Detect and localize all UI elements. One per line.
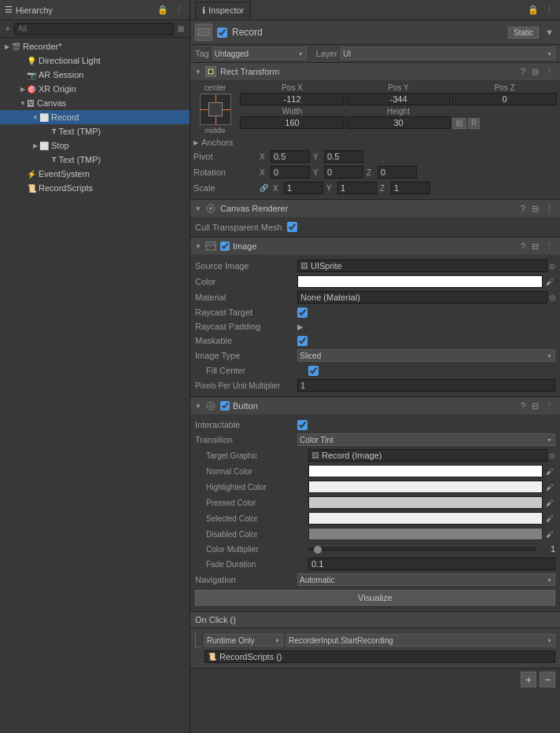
cull-checkbox[interactable] <box>287 222 297 232</box>
pixels-per-unit-input[interactable] <box>297 379 555 392</box>
image-help-btn[interactable]: ? <box>519 241 527 252</box>
tree-icon-stop: ⬜ <box>39 142 49 150</box>
rt-posy-input[interactable] <box>346 93 451 105</box>
pressed-color-eyedrop[interactable]: 🖌 <box>544 499 555 507</box>
scale-z-input[interactable] <box>391 182 430 194</box>
pivot-y-input[interactable] <box>324 150 363 163</box>
canvas-renderer-help-btn[interactable]: ? <box>519 204 527 214</box>
fade-duration-input[interactable] <box>308 558 555 570</box>
source-image-select-btn[interactable]: ⊙ <box>549 262 555 271</box>
normal-color-swatch[interactable] <box>308 465 543 477</box>
selected-color-swatch[interactable] <box>308 512 543 525</box>
highlighted-color-swatch[interactable] <box>308 481 543 493</box>
hierarchy-search-icon-btn[interactable]: ⊞ <box>175 24 186 34</box>
transition-dropdown[interactable]: Color Tint <box>297 433 555 446</box>
color-multiplier-track[interactable] <box>308 547 536 551</box>
inspector-tab[interactable]: ℹ Inspector <box>195 2 251 19</box>
visualize-button[interactable]: Visualize <box>195 590 555 606</box>
rect-transform-more-btn[interactable]: ⋮ <box>543 67 555 77</box>
button-header[interactable]: ▼ Button ? ⊟ ⋮ <box>190 397 560 414</box>
function-dropdown[interactable]: RecorderInput.StartRecording <box>286 634 555 646</box>
static-dropdown-btn[interactable]: ▼ <box>543 28 555 38</box>
button-help-btn[interactable]: ? <box>519 401 527 411</box>
tree-item-text2[interactable]: T Text (TMP) <box>0 153 190 167</box>
rt-width-input[interactable] <box>240 116 344 129</box>
hierarchy-search-bar[interactable] <box>14 23 174 35</box>
inspector-more-btn[interactable]: ⋮ <box>543 5 555 15</box>
rt-height-input[interactable] <box>346 116 451 129</box>
scale-y-input[interactable] <box>337 182 377 194</box>
tree-item-dirlight[interactable]: 💡 Directional Light <box>0 53 190 68</box>
highlighted-color-eyedrop[interactable]: 🖌 <box>544 483 555 492</box>
hierarchy-search-input[interactable] <box>18 24 170 33</box>
rt-posx-input[interactable] <box>240 93 344 105</box>
color-multiplier-row: Color Multiplier 1 <box>195 542 555 556</box>
inspector-lock-btn[interactable]: 🔒 <box>526 5 540 15</box>
rt-reset-btn[interactable]: R <box>468 118 480 129</box>
layer-dropdown[interactable]: UI <box>341 47 555 60</box>
image-more-btn[interactable]: ⋮ <box>543 241 555 252</box>
tree-item-recordscripts[interactable]: 📜 RecordScripts <box>0 181 190 195</box>
object-active-checkbox[interactable] <box>217 28 227 38</box>
image-enabled-checkbox[interactable] <box>220 241 230 251</box>
hierarchy-more-btn[interactable]: ⋮ <box>173 5 185 15</box>
color-swatch[interactable] <box>297 275 543 288</box>
svg-point-8 <box>207 402 215 410</box>
rt-constrain-btn[interactable]: ⛓ <box>452 118 466 129</box>
rt-scale-row: Scale 🔗 X Y Z <box>193 180 557 196</box>
canvas-renderer-presets-btn[interactable]: ⊟ <box>530 204 540 214</box>
add-button[interactable]: + <box>521 672 536 687</box>
disabled-color-swatch[interactable] <box>308 528 543 540</box>
color-eyedrop-btn[interactable]: 🖌 <box>544 278 555 286</box>
image-header[interactable]: ▼ Image ? ⊟ ⋮ <box>190 238 560 255</box>
hierarchy-add-btn[interactable]: + <box>3 24 13 34</box>
target-graphic-select-btn[interactable]: ⊙ <box>549 451 555 460</box>
hierarchy-lock-btn[interactable]: 🔒 <box>156 5 170 15</box>
remove-button[interactable]: − <box>540 672 555 687</box>
pivot-x-input[interactable] <box>271 150 310 163</box>
rt-anchors-row[interactable]: ▶ Anchors <box>193 136 557 149</box>
rot-z-input[interactable] <box>378 166 417 179</box>
rect-transform-presets-btn[interactable]: ⊟ <box>530 67 540 77</box>
tree-item-recorder[interactable]: ▶ 🎬 Recorder* <box>0 39 190 53</box>
rt-posz-input[interactable] <box>452 93 557 105</box>
button-enabled-checkbox[interactable] <box>220 401 230 411</box>
color-multiplier-thumb[interactable] <box>314 546 322 554</box>
tree-item-stop[interactable]: ▶ ⬜ Stop <box>0 138 190 153</box>
button-more-btn[interactable]: ⋮ <box>543 401 555 411</box>
pressed-color-swatch[interactable] <box>308 496 543 509</box>
tree-item-canvas[interactable]: ▼ 🖼 Canvas <box>0 96 190 110</box>
disabled-color-eyedrop[interactable]: 🖌 <box>544 530 555 539</box>
rect-transform-header[interactable]: ▼ Rect Transform ? ⊟ ⋮ <box>190 63 560 80</box>
tree-item-eventsystem[interactable]: ⚡ EventSystem <box>0 167 190 181</box>
interactable-checkbox[interactable] <box>297 420 308 430</box>
rect-transform-help-btn[interactable]: ? <box>519 67 527 77</box>
button-presets-btn[interactable]: ⊟ <box>530 401 540 411</box>
fill-center-checkbox[interactable] <box>308 366 319 376</box>
scale-x-input[interactable] <box>284 182 323 194</box>
rot-x-input[interactable] <box>271 166 310 179</box>
static-button[interactable]: Static <box>508 27 539 39</box>
tree-item-xrorigin[interactable]: ▶ 🎯 XR Origin <box>0 82 190 96</box>
image-presets-btn[interactable]: ⊟ <box>530 241 540 252</box>
rot-y-input[interactable] <box>324 166 363 179</box>
tree-item-record[interactable]: ▼ ⬜ Record <box>0 110 190 124</box>
rt-anchor-box[interactable] <box>200 94 231 125</box>
disabled-color-row: Disabled Color 🖌 <box>195 526 555 542</box>
image-type-dropdown[interactable]: Sliced <box>297 349 555 362</box>
pressed-color-label: Pressed Color <box>206 499 308 507</box>
rotation-label: Rotation <box>193 168 256 177</box>
tree-item-arsession[interactable]: 📷 AR Session <box>0 68 190 82</box>
pressed-color-row: Pressed Color 🖌 <box>195 495 555 510</box>
selected-color-eyedrop[interactable]: 🖌 <box>544 514 555 523</box>
normal-color-eyedrop[interactable]: 🖌 <box>544 467 555 476</box>
tree-item-text1[interactable]: T Text (TMP) <box>0 124 190 138</box>
navigation-dropdown[interactable]: Automatic <box>297 573 555 586</box>
raycast-target-checkbox[interactable] <box>297 308 308 318</box>
canvas-renderer-more-btn[interactable]: ⋮ <box>543 204 555 214</box>
tag-dropdown[interactable]: Untagged <box>212 47 307 60</box>
material-select-btn[interactable]: ⊙ <box>549 293 555 302</box>
maskable-checkbox[interactable] <box>297 336 308 346</box>
runtime-dropdown[interactable]: Runtime Only <box>204 634 283 646</box>
canvas-renderer-header[interactable]: ▼ Canvas Renderer ? ⊟ ⋮ <box>190 200 560 217</box>
